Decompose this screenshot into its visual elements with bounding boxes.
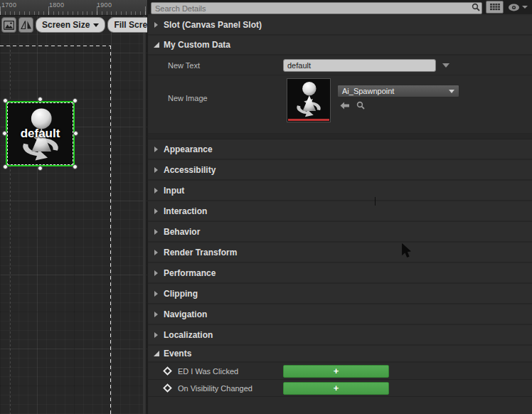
browse-asset-icon[interactable] (356, 101, 365, 110)
text-binding-dropdown-icon[interactable] (442, 63, 449, 68)
category-list: Appearance Accessibility Input Interacti… (148, 139, 532, 346)
horizontal-ruler: 170018001900 (0, 0, 147, 16)
screen-size-button[interactable]: Screen Size (36, 17, 105, 33)
details-panel: Slot (Canvas Panel Slot) My Custom Data … (148, 0, 532, 414)
property-row-new-image: New Image Ai_Spawnpoint (148, 75, 532, 134)
category-row[interactable]: Input (148, 181, 532, 201)
category-label: Render Transform (164, 248, 237, 258)
property-row-new-text: New Text (148, 55, 532, 75)
category-row[interactable]: Interaction (148, 201, 532, 222)
search-icon (472, 3, 480, 11)
ruler-label: 1800 (49, 1, 64, 9)
use-selected-arrow-icon[interactable] (340, 102, 350, 110)
asset-name: Ai_Spawnpoint (342, 87, 394, 95)
asset-type-color-bar (288, 119, 329, 121)
category-label: Interaction (164, 206, 207, 216)
background-image-button[interactable] (1, 17, 16, 33)
category-label: Performance (164, 268, 216, 278)
category-label: Clipping (164, 289, 198, 299)
chevron-down-icon (522, 6, 528, 9)
selected-widget[interactable]: default (6, 101, 75, 166)
mouse-cursor (402, 243, 411, 258)
selection-dashed-outline (7, 102, 73, 165)
event-label: On Visibility Changed (178, 384, 252, 393)
category-row[interactable]: Localization (148, 325, 532, 346)
umg-editor: default 170018001900 (0, 0, 532, 414)
add-event-button[interactable]: + (283, 365, 389, 378)
category-row[interactable]: Appearance (148, 139, 532, 160)
expander-collapsed-icon[interactable] (154, 167, 158, 173)
section-label: My Custom Data (164, 40, 230, 50)
designer-canvas-panel: default 170018001900 (0, 0, 147, 414)
ruler-label: 1700 (1, 1, 16, 9)
expander-collapsed-icon[interactable] (154, 250, 158, 255)
category-label: Input (164, 186, 184, 196)
section-label: Slot (Canvas Panel Slot) (164, 20, 262, 30)
expander-collapsed-icon[interactable] (154, 229, 158, 235)
resize-handle-bottom-left[interactable] (3, 164, 8, 169)
expander-expanded-icon[interactable] (154, 351, 159, 356)
resize-handle-mid-left[interactable] (2, 131, 7, 136)
spawnpoint-thumbnail-icon (289, 80, 328, 118)
expander-collapsed-icon[interactable] (154, 22, 158, 28)
section-events[interactable]: Events (148, 346, 532, 363)
fill-screen-button[interactable]: Fill Screen (107, 17, 147, 33)
category-row[interactable]: Accessibility (148, 160, 532, 181)
new-text-field-wrap (283, 58, 436, 71)
resize-handle-mid-right[interactable] (73, 131, 78, 136)
event-label: ED I Was Clicked (178, 367, 238, 376)
section-slot[interactable]: Slot (Canvas Panel Slot) (148, 16, 532, 36)
flip-icon (21, 20, 32, 30)
expander-collapsed-icon[interactable] (154, 270, 158, 276)
resize-handle-bottom-right[interactable] (73, 164, 78, 169)
search-field-wrap (151, 1, 482, 14)
chevron-down-icon (93, 23, 99, 27)
event-delegate-icon (163, 383, 172, 393)
resize-handle-top-left[interactable] (3, 98, 8, 103)
eye-icon (508, 4, 520, 11)
grid-view-icon (490, 4, 500, 11)
search-input[interactable] (151, 2, 482, 14)
section-label: Events (164, 349, 191, 359)
expander-collapsed-icon[interactable] (154, 312, 158, 317)
flip-preview-button[interactable] (18, 17, 33, 33)
asset-select-dropdown[interactable]: Ai_Spawnpoint (337, 85, 459, 97)
canvas-grid[interactable] (0, 16, 147, 414)
canvas-edge-strip (143, 16, 147, 414)
event-delegate-icon (163, 366, 172, 376)
event-list: ED I Was Clicked + On Visibility Changed… (148, 363, 532, 397)
expander-expanded-icon[interactable] (154, 42, 159, 48)
resize-handle-top-center[interactable] (38, 97, 43, 102)
screen-size-label: Screen Size (42, 20, 90, 30)
resize-handle-bottom-center[interactable] (38, 166, 43, 171)
fill-screen-label: Fill Screen (114, 20, 147, 30)
category-label: Accessibility (164, 165, 216, 175)
asset-thumbnail[interactable] (287, 78, 331, 122)
expander-collapsed-icon[interactable] (154, 147, 158, 152)
property-matrix-button[interactable] (486, 1, 504, 14)
category-label: Navigation (164, 309, 207, 319)
display-filter-button[interactable] (508, 4, 528, 11)
section-spacer (148, 134, 532, 139)
event-row: ED I Was Clicked + (148, 363, 532, 380)
category-row[interactable]: Render Transform (148, 243, 532, 263)
category-row[interactable]: Behavior (148, 222, 532, 243)
category-label: Behavior (164, 227, 200, 237)
event-row: On Visibility Changed + (148, 380, 532, 397)
add-event-button[interactable]: + (283, 382, 389, 395)
image-icon (4, 21, 14, 30)
section-my-custom-data[interactable]: My Custom Data (148, 36, 532, 55)
asset-tools (340, 101, 365, 110)
category-row[interactable]: Clipping (148, 284, 532, 304)
chevron-down-icon (449, 90, 454, 93)
category-row[interactable]: Navigation (148, 304, 532, 325)
resize-handle-top-right[interactable] (73, 98, 78, 103)
expander-collapsed-icon[interactable] (154, 188, 158, 193)
new-text-input[interactable] (283, 59, 436, 72)
expander-collapsed-icon[interactable] (154, 208, 158, 214)
text-caret-mark (375, 197, 376, 206)
expander-collapsed-icon[interactable] (154, 291, 158, 297)
category-row[interactable]: Performance (148, 263, 532, 284)
expander-collapsed-icon[interactable] (154, 332, 158, 338)
canvas-bounds-dashed-right (110, 46, 111, 414)
